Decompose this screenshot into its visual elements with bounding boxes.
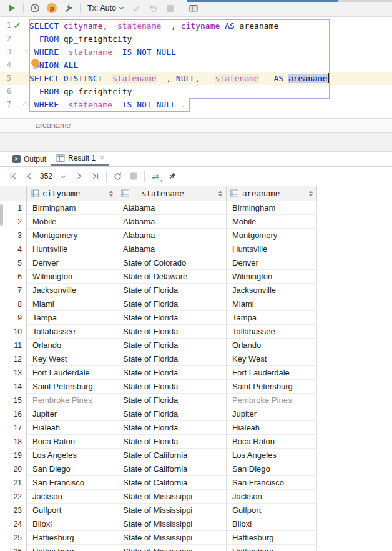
tab-result-1[interactable]: Result 1 × [51,152,109,166]
cell-statename[interactable]: State of Florida [117,366,227,380]
table-row[interactable]: 8 Miami State of Florida Miami [0,297,317,311]
table-row[interactable]: 21 San Francisco State of California San… [0,476,317,490]
fold-marker-icon[interactable] [23,102,29,108]
row-number[interactable]: 15 [0,394,27,407]
cell-areaname[interactable]: Los Angeles [227,449,317,462]
cell-cityname[interactable]: Boca Raton [27,435,117,449]
cell-statename[interactable]: State of Florida [117,325,227,339]
cell-statename[interactable]: State of Florida [117,352,227,366]
cell-areaname[interactable]: Fort Lauderdale [227,366,317,380]
grid-corner-cell[interactable] [0,186,27,201]
intention-bulb-icon[interactable] [31,59,39,67]
row-number[interactable]: 20 [0,462,27,476]
cell-areaname[interactable]: Pembroke Pines [227,394,317,407]
sort-indicator-icon[interactable] [109,191,113,197]
cell-statename[interactable]: State of Florida [117,407,227,421]
cell-statename[interactable]: State of Florida [117,311,227,325]
table-row[interactable]: 3 Montgomery Alabama Montgomery [0,229,317,242]
editor-gutter[interactable]: 1 [0,19,29,32]
configure-button[interactable] [63,2,74,14]
cell-cityname[interactable]: Jackson [27,490,117,504]
cell-cityname[interactable]: Denver [27,256,117,270]
pin-tab-button[interactable] [166,171,177,182]
table-row[interactable]: 18 Boca Raton State of Florida Boca Rato… [0,435,317,449]
cell-areaname[interactable]: Tallahassee [227,325,317,339]
cell-areaname[interactable]: Miami [227,297,317,311]
row-number[interactable]: 25 [0,531,27,545]
table-row[interactable]: 6 Wilmington State of Delaware Wilmingto… [0,270,317,284]
cell-cityname[interactable]: Miami [27,297,117,311]
table-row[interactable]: 15 Pembroke Pines State of Florida Pembr… [0,394,317,407]
column-header-areaname[interactable]: areaname [227,186,317,201]
column-header-statename[interactable]: statename [117,186,227,201]
cell-cityname[interactable]: Pembroke Pines [27,394,117,407]
cell-cityname[interactable]: Fort Lauderdale [27,366,117,380]
cell-areaname[interactable]: Hialeah [227,421,317,435]
editor-gutter[interactable]: 3 [0,46,29,59]
cell-cityname[interactable]: Mobile [27,215,117,229]
cell-statename[interactable]: State of Mississippi [117,545,227,551]
last-page-button[interactable] [90,171,101,182]
cell-cityname[interactable]: Hialeah [27,421,117,435]
cell-areaname[interactable]: Mobile [227,215,317,229]
cell-areaname[interactable]: Wilmington [227,270,317,284]
stop-button[interactable] [165,2,176,14]
cell-cityname[interactable]: Los Angeles [27,449,117,462]
table-row[interactable]: 12 Key West State of Florida Key West [0,352,317,366]
row-number[interactable]: 11 [0,339,27,352]
row-number[interactable]: 23 [0,504,27,517]
editor-gutter[interactable]: 4 [0,59,29,72]
editor-gutter[interactable]: 5 [0,72,29,85]
editor-line[interactable]: 5SELECT DISTINCT statename , NULL, state… [0,72,392,85]
row-number[interactable]: 9 [0,311,27,325]
table-row[interactable]: 7 Jacksonville State of Florida Jacksonv… [0,284,317,297]
sql-editor[interactable]: 1SELECT cityname, statename , cityname A… [0,17,392,118]
row-number[interactable]: 1 [0,201,27,215]
console-settings-button[interactable]: p [46,2,57,14]
cell-areaname[interactable]: Montgomery [227,229,317,242]
cell-statename[interactable]: State of Florida [117,284,227,297]
row-number[interactable]: 12 [0,352,27,366]
tx-mode-dropdown[interactable]: Tx: Auto [86,4,125,12]
table-row[interactable]: 2 Mobile Alabama Mobile [0,215,317,229]
cell-cityname[interactable]: Saint Petersburg [27,380,117,394]
cell-statename[interactable]: State of Mississippi [117,517,227,531]
table-row[interactable]: 10 Tallahassee State of Florida Tallahas… [0,325,317,339]
execute-in-table-button[interactable] [188,2,199,14]
fold-marker-icon[interactable] [23,49,29,56]
prev-page-button[interactable] [24,171,35,182]
row-number[interactable]: 19 [0,449,27,462]
next-page-button[interactable] [74,171,85,182]
editor-line[interactable]: 3 WHERE stataname IS NOT NULL [0,46,392,59]
table-row[interactable]: 22 Jackson State of Mississippi Jackson [0,490,317,504]
left-scrollbar-thumb[interactable] [0,204,3,226]
cell-areaname[interactable]: Huntsville [227,242,317,256]
row-number[interactable]: 8 [0,297,27,311]
cell-areaname[interactable]: Jupiter [227,407,317,421]
stop-query-button[interactable] [128,171,139,182]
editor-gutter[interactable]: 6 [0,85,29,98]
row-number[interactable]: 6 [0,270,27,284]
compare-button[interactable]: ⇄ [150,171,161,182]
table-row[interactable]: 11 Orlando State of Florida Orlando [0,339,317,352]
cell-statename[interactable]: State of Florida [117,421,227,435]
cell-cityname[interactable]: Orlando [27,339,117,352]
row-number[interactable]: 4 [0,242,27,256]
cell-areaname[interactable]: Birmingham [227,201,317,215]
row-number[interactable]: 21 [0,476,27,490]
cell-statename[interactable]: State of Colorado [117,256,227,270]
table-row[interactable]: 24 Biloxi State of Mississippi Biloxi [0,517,317,531]
history-button[interactable] [29,2,41,14]
row-number[interactable]: 3 [0,229,27,242]
sort-indicator-icon[interactable] [309,191,313,197]
cell-areaname[interactable]: Gulfport [227,504,317,517]
table-row[interactable]: 17 Hialeah State of Florida Hialeah [0,421,317,435]
cell-statename[interactable]: Alabama [117,229,227,242]
cell-areaname[interactable]: San Francisco [227,476,317,490]
cell-statename[interactable]: State of California [117,449,227,462]
cell-cityname[interactable]: San Diego [27,462,117,476]
commit-button[interactable] [131,2,142,14]
close-icon[interactable]: × [100,154,104,162]
row-number[interactable]: 5 [0,256,27,270]
cell-areaname[interactable]: Hattiesburg [227,531,317,545]
